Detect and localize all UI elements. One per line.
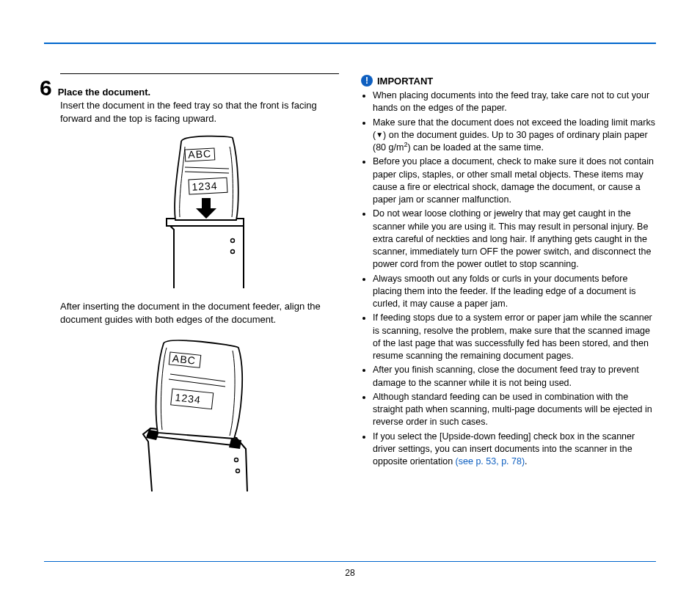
step-heading: Place the document. — [58, 87, 150, 98]
important-icon: ! — [361, 75, 373, 87]
step-number: 6 — [40, 78, 52, 98]
illustration-align-guides: ABC 1234 — [60, 332, 339, 495]
svg-point-1 — [231, 239, 235, 243]
top-rule — [44, 43, 656, 44]
bottom-rule — [44, 561, 656, 562]
step-body: Insert the document in the feed tray so … — [60, 99, 339, 125]
list-item: Make sure that the document does not exc… — [373, 117, 656, 155]
list-item: Before you place a document, check to ma… — [373, 156, 656, 206]
svg-rect-7 — [202, 198, 211, 208]
svg-point-2 — [231, 250, 235, 254]
list-item: Although standard feeding can be used in… — [373, 391, 656, 429]
list-item: Do not wear loose clothing or jewelry th… — [373, 208, 656, 271]
list-item: If you select the [Upside-down feeding] … — [373, 431, 656, 469]
important-list: When placing documents into the feed tra… — [361, 89, 656, 468]
important-label: IMPORTANT — [377, 76, 433, 87]
svg-point-9 — [235, 458, 238, 462]
caption-align-guides: After inserting the document in the docu… — [60, 300, 339, 326]
illustration-insert-document: ABC 1234 — [60, 131, 339, 294]
list-item: If feeding stops due to a system error o… — [373, 312, 656, 362]
svg-point-10 — [236, 469, 240, 473]
limit-mark-icon: ▼ — [376, 130, 383, 140]
list-item: When placing documents into the feed tra… — [373, 89, 656, 115]
list-item: Always smooth out any folds or curls in … — [373, 273, 656, 311]
page-number: 28 — [0, 568, 700, 578]
left-column: 6 Place the document. Insert the documen… — [44, 72, 339, 501]
paper-abc-label: ABC — [188, 147, 212, 161]
right-column: ! IMPORTANT When placing documents into … — [361, 72, 656, 501]
paper-abc-label-2: ABC — [172, 353, 196, 367]
list-item: After you finish scanning, close the doc… — [373, 364, 656, 389]
paper-1234-label: 1234 — [192, 180, 218, 193]
cross-reference-link[interactable]: (see p. 53, p. 78) — [456, 456, 525, 467]
